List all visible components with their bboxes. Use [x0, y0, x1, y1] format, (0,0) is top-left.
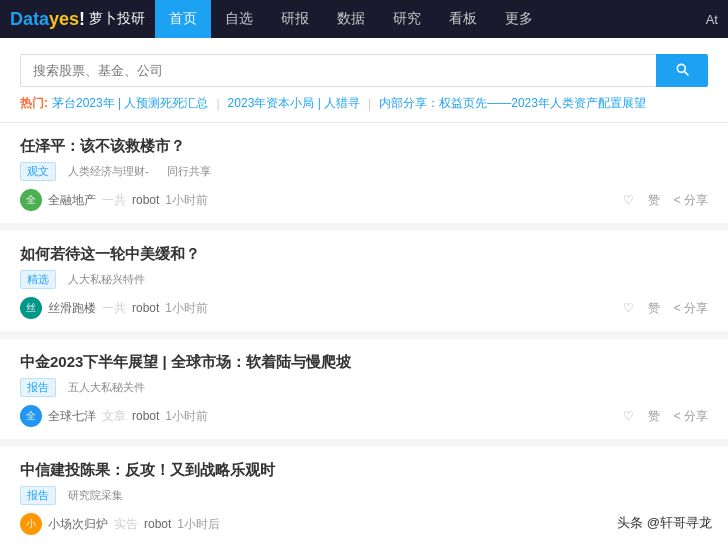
tag-2-1: 人大私秘兴特件	[62, 271, 151, 288]
article-actions-1: ♡赞< 分享	[623, 192, 708, 209]
nav-item-自选[interactable]: 自选	[211, 0, 267, 38]
comment-btn-icon-3: 赞	[648, 408, 660, 425]
article-meta-1: 全全融地产一共robot1小时前♡赞< 分享	[20, 189, 708, 211]
comment-btn-1[interactable]: 赞	[648, 192, 660, 209]
like-btn-1[interactable]: ♡	[623, 193, 634, 207]
search-bar	[20, 54, 708, 87]
tag-1-2: 同行共享	[161, 163, 217, 180]
author-3[interactable]: 全球七洋	[48, 408, 96, 425]
avatar-1: 全	[20, 189, 42, 211]
source-3: robot	[132, 409, 159, 423]
hot-tag-0[interactable]: 茅台2023年 | 人预测死死汇总	[52, 95, 208, 112]
nav-item-研究[interactable]: 研究	[379, 0, 435, 38]
hot-tags: 热门: 茅台2023年 | 人预测死死汇总|2023年资本小局 | 人猎寻|内部…	[20, 95, 708, 112]
time-1: 1小时前	[165, 192, 208, 209]
article-tags-3: 报告五人大私秘关件	[20, 378, 708, 397]
avatar-2: 丝	[20, 297, 42, 319]
article-card-3: 中金2023下半年展望 | 全球市场：软着陆与慢爬坡报告五人大私秘关件全全球七洋…	[0, 339, 728, 447]
tag-4-1: 研究院采集	[62, 487, 129, 504]
nav-item-更多[interactable]: 更多	[491, 0, 547, 38]
share-btn-icon-3: < 分享	[674, 408, 708, 425]
time-4: 1小时后	[177, 516, 220, 533]
share-btn-2[interactable]: < 分享	[674, 300, 708, 317]
article-meta-3: 全全球七洋文章robot1小时前♡赞< 分享	[20, 405, 708, 427]
hot-separator-0: |	[216, 97, 219, 111]
author-1[interactable]: 全融地产	[48, 192, 96, 209]
tag-4-0: 报告	[20, 486, 56, 505]
nav-at: At	[706, 12, 718, 27]
source-4: robot	[144, 517, 171, 531]
sep1-1: 一共	[102, 192, 126, 209]
sep1-2: 一共	[102, 300, 126, 317]
article-tags-2: 精选人大私秘兴特件	[20, 270, 708, 289]
search-icon	[674, 61, 690, 77]
search-button[interactable]	[656, 54, 708, 87]
hot-tag-2[interactable]: 内部分享：权益页先——2023年人类资产配置展望	[379, 95, 646, 112]
article-tags-4: 报告研究院采集	[20, 486, 708, 505]
comment-btn-3[interactable]: 赞	[648, 408, 660, 425]
article-meta-4: 小小场次归炉实告robot1小时后♡赞< 分享	[20, 513, 708, 535]
tag-2-0: 精选	[20, 270, 56, 289]
nav-item-首页[interactable]: 首页	[155, 0, 211, 38]
time-2: 1小时前	[165, 300, 208, 317]
article-title-3[interactable]: 中金2023下半年展望 | 全球市场：软着陆与慢爬坡	[20, 353, 708, 372]
like-btn-3[interactable]: ♡	[623, 409, 634, 423]
tag-1-0: 观文	[20, 162, 56, 181]
nav-item-研报[interactable]: 研报	[267, 0, 323, 38]
logo-cn: 萝卜投研	[89, 10, 145, 28]
article-title-4[interactable]: 中信建投陈果：反攻！又到战略乐观时	[20, 461, 708, 480]
author-2[interactable]: 丝滑跑楼	[48, 300, 96, 317]
share-btn-icon-1: < 分享	[674, 192, 708, 209]
article-tags-1: 观文人类经济与理财-同行共享	[20, 162, 708, 181]
avatar-4: 小	[20, 513, 42, 535]
share-btn-3[interactable]: < 分享	[674, 408, 708, 425]
hot-tag-1[interactable]: 2023年资本小局 | 人猎寻	[228, 95, 360, 112]
hot-separator-1: |	[368, 97, 371, 111]
article-card-1: 任泽平：该不该救楼市？观文人类经济与理财-同行共享全全融地产一共robot1小时…	[0, 123, 728, 231]
articles-list: 任泽平：该不该救楼市？观文人类经济与理财-同行共享全全融地产一共robot1小时…	[0, 123, 728, 544]
like-btn-icon-1: ♡	[623, 193, 634, 207]
nav-item-数据[interactable]: 数据	[323, 0, 379, 38]
like-btn-icon-2: ♡	[623, 301, 634, 315]
comment-btn-icon-2: 赞	[648, 300, 660, 317]
logo-data: Data	[10, 9, 49, 30]
time-3: 1小时前	[165, 408, 208, 425]
sep1-4: 实告	[114, 516, 138, 533]
article-title-2[interactable]: 如何若待这一轮中美缓和？	[20, 245, 708, 264]
watermark: 头条 @轩哥寻龙	[611, 512, 718, 534]
header: Datayes! 萝卜投研 首页自选研报数据研究看板更多 At	[0, 0, 728, 38]
article-actions-3: ♡赞< 分享	[623, 408, 708, 425]
logo-exclaim: !	[79, 9, 85, 30]
share-btn-1[interactable]: < 分享	[674, 192, 708, 209]
logo: Datayes! 萝卜投研	[10, 9, 145, 30]
article-title-1[interactable]: 任泽平：该不该救楼市？	[20, 137, 708, 156]
tag-3-0: 报告	[20, 378, 56, 397]
tag-1-1: 人类经济与理财-	[62, 163, 155, 180]
nav-item-看板[interactable]: 看板	[435, 0, 491, 38]
main-nav: 首页自选研报数据研究看板更多	[155, 0, 706, 38]
article-meta-2: 丝丝滑跑楼一共robot1小时前♡赞< 分享	[20, 297, 708, 319]
like-btn-2[interactable]: ♡	[623, 301, 634, 315]
logo-yes: yes	[49, 9, 79, 30]
comment-btn-icon-1: 赞	[648, 192, 660, 209]
hot-label: 热门:	[20, 95, 48, 112]
search-section: 热门: 茅台2023年 | 人预测死死汇总|2023年资本小局 | 人猎寻|内部…	[0, 38, 728, 123]
source-1: robot	[132, 193, 159, 207]
tag-3-1: 五人大私秘关件	[62, 379, 151, 396]
comment-btn-2[interactable]: 赞	[648, 300, 660, 317]
share-btn-icon-2: < 分享	[674, 300, 708, 317]
sep1-3: 文章	[102, 408, 126, 425]
author-4[interactable]: 小场次归炉	[48, 516, 108, 533]
article-card-2: 如何若待这一轮中美缓和？精选人大私秘兴特件丝丝滑跑楼一共robot1小时前♡赞<…	[0, 231, 728, 339]
like-btn-icon-3: ♡	[623, 409, 634, 423]
search-input[interactable]	[20, 54, 656, 87]
source-2: robot	[132, 301, 159, 315]
avatar-3: 全	[20, 405, 42, 427]
article-actions-2: ♡赞< 分享	[623, 300, 708, 317]
